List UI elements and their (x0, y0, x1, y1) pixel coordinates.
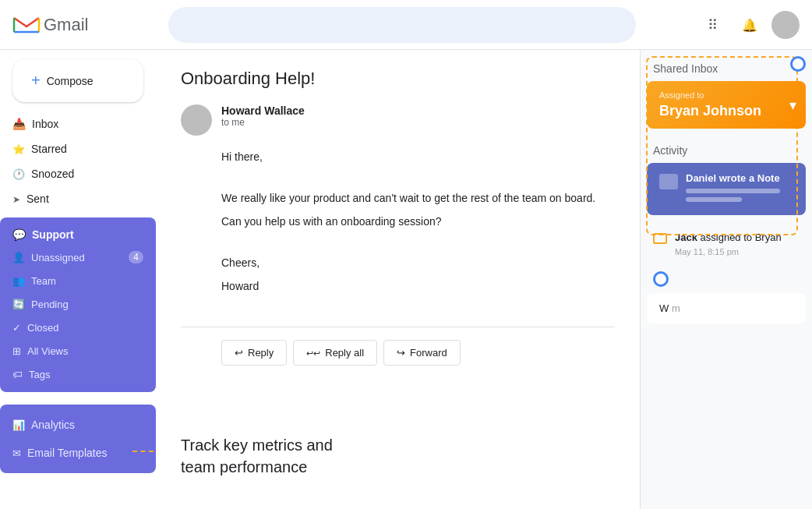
note-author: Daniel (686, 172, 716, 184)
sidebar-item-all-views[interactable]: All Views (0, 339, 156, 362)
note-text: Daniel wrote a Note (686, 172, 780, 184)
notifications-icon-button[interactable] (734, 9, 765, 41)
email-thread: Onboarding Help! Howard Wallace to me Hi… (156, 50, 640, 403)
sidebar-item-tags[interactable]: Tags (0, 362, 156, 386)
note-action: wrote a Note (719, 172, 780, 184)
activity-label: Activity (641, 138, 812, 163)
sidebar-item-starred[interactable]: Starred (0, 136, 156, 161)
assigned-to-label: Assigned to (659, 90, 793, 100)
reply-label: Reply (248, 347, 274, 359)
sidebar-item-unassigned[interactable]: Unassigned 4 (0, 246, 156, 269)
support-header[interactable]: Support (0, 224, 156, 246)
reply-all-button[interactable]: Reply all (293, 340, 377, 366)
bottom-activity-dot (653, 271, 669, 287)
activity-content: Jack assigned to Bryan May 11, 8:15 pm (675, 231, 782, 259)
note-content: Daniel wrote a Note (686, 172, 780, 206)
support-label: Support (32, 228, 74, 241)
forward-label: Forward (410, 347, 447, 359)
sender-info: Howard Wallace to me (221, 104, 305, 128)
sidebar: + Compose Inbox Starred Snoozed Sent Sup… (0, 50, 156, 509)
analytics-label: Analytics (31, 419, 75, 431)
sidebar-item-snoozed[interactable]: Snoozed (0, 161, 156, 186)
unassigned-label: Unassigned (31, 252, 85, 263)
right-panel: Shared Inbox Assigned to Bryan Johnson ▾… (641, 50, 812, 509)
reply-all-icon (306, 347, 320, 359)
sidebar-item-closed[interactable]: Closed (0, 316, 156, 339)
reply-all-label: Reply all (325, 347, 364, 359)
activity-action: assigned to Bryan (701, 232, 782, 243)
compose-button[interactable]: + Compose (12, 59, 143, 102)
note-icon (659, 174, 678, 189)
app-body: + Compose Inbox Starred Snoozed Sent Sup… (0, 50, 812, 509)
bottom-connector (653, 271, 800, 287)
gmail-logo-icon (12, 15, 41, 35)
email-actions: Reply Reply all Forward (181, 340, 615, 366)
avatar[interactable] (771, 11, 800, 39)
email-body: Hi there, We really like your product an… (181, 148, 615, 314)
unassigned-badge: 4 (129, 251, 143, 263)
pending-label: Pending (31, 299, 69, 310)
snoozed-label: Snoozed (31, 168, 74, 180)
bell-icon (742, 16, 757, 34)
apps-icon (708, 16, 718, 34)
header-icons (697, 9, 800, 41)
email-activity-icon (653, 233, 667, 244)
compose-label: Compose (47, 75, 94, 87)
partial-activity-card: W m (647, 293, 806, 323)
support-section: Support Unassigned 4 Team Pending Closed (0, 217, 156, 392)
forward-icon (397, 347, 405, 359)
tags-label: Tags (29, 369, 50, 380)
body-name: Howard (221, 277, 615, 295)
sidebar-item-pending[interactable]: Pending (0, 292, 156, 316)
tags-icon (12, 369, 23, 380)
email-templates-label: Email Templates (27, 447, 107, 459)
note-line-2 (686, 197, 742, 202)
sidebar-item-inbox[interactable]: Inbox (0, 111, 156, 136)
email-header: Howard Wallace to me (181, 104, 615, 136)
apps-icon-button[interactable] (697, 9, 728, 41)
support-icon (12, 228, 26, 241)
email-templates-icon (12, 447, 21, 459)
sender-name: Howard Wallace (221, 104, 305, 117)
send-icon (12, 193, 20, 205)
partial-more: m (672, 302, 680, 314)
activity-item: Jack assigned to Bryan May 11, 8:15 pm (641, 224, 812, 265)
note-lines (686, 189, 780, 202)
views-icon (12, 345, 21, 357)
main-email-view: Onboarding Help! Howard Wallace to me Hi… (156, 50, 641, 509)
note-line-1 (686, 189, 780, 193)
unassigned-icon (12, 252, 25, 263)
inbox-icon (12, 118, 26, 130)
body-line-1: Hi there, (221, 148, 615, 165)
assigned-to-card[interactable]: Assigned to Bryan Johnson ▾ (647, 81, 806, 129)
body-line-2: We really like your product and can't wa… (221, 189, 615, 207)
sender-avatar (181, 104, 212, 136)
reply-button[interactable]: Reply (221, 340, 287, 366)
starred-label: Starred (31, 143, 67, 155)
shared-inbox-label: Shared Inbox (641, 50, 812, 81)
sidebar-item-sent[interactable]: Sent (0, 186, 156, 211)
sidebar-item-team[interactable]: Team (0, 269, 156, 292)
analytics-icon (12, 419, 25, 431)
partial-text: W m (659, 302, 793, 314)
chevron-down-icon: ▾ (789, 97, 796, 114)
sidebar-item-analytics[interactable]: Analytics (0, 411, 156, 439)
star-icon (12, 143, 25, 155)
search-input[interactable] (168, 7, 636, 43)
snooze-icon (12, 168, 25, 180)
forward-button[interactable]: Forward (383, 340, 461, 366)
sent-label: Sent (26, 193, 49, 205)
team-label: Team (31, 275, 56, 287)
tooltip-area: Track key metrics andteam performance (156, 403, 640, 509)
bottom-section: Analytics Email Templates (0, 405, 156, 473)
gmail-logo-text: Gmail (44, 15, 88, 35)
email-recipient: to me (221, 117, 305, 128)
closed-label: Closed (27, 322, 58, 334)
closed-icon (12, 322, 21, 334)
partial-w: W (659, 302, 669, 314)
reply-icon (235, 347, 243, 359)
activity-text: Jack assigned to Bryan May 11, 8:15 pm (675, 231, 782, 259)
compose-plus-icon: + (31, 72, 41, 90)
sidebar-item-email-templates[interactable]: Email Templates (0, 439, 156, 467)
tooltip-text: Track key metrics andteam performance (181, 434, 333, 478)
